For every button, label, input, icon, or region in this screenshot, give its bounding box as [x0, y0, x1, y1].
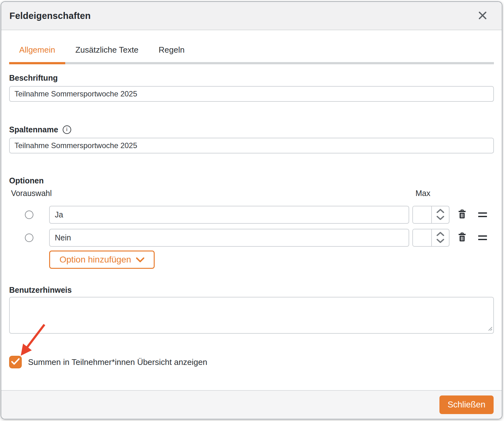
info-icon[interactable]: i — [63, 125, 71, 134]
beschriftung-input[interactable] — [9, 86, 494, 102]
spaltenname-input[interactable] — [9, 138, 494, 153]
drag-handle-icon[interactable] — [478, 212, 487, 218]
tab-allgemein[interactable]: Allgemein — [9, 44, 65, 62]
beschriftung-label: Beschriftung — [9, 73, 494, 82]
max-stepper-arrows-ja[interactable] — [431, 206, 449, 223]
tab-bar: Allgemein Zusätzliche Texte Regeln — [9, 44, 494, 64]
max-input-ja[interactable] — [413, 206, 431, 223]
benutzerhinweis-label: Benutzerhinweis — [9, 285, 494, 294]
dialog-header: Feldeigenschaften — [1, 2, 502, 30]
trash-icon — [458, 233, 466, 243]
delete-option-button-nein[interactable] — [458, 233, 466, 243]
close-button[interactable] — [477, 10, 488, 21]
vorauswahl-column-header: Vorauswahl — [11, 189, 52, 198]
dialog-title: Feldeigenschaften — [9, 11, 91, 21]
delete-option-button-ja[interactable] — [458, 210, 466, 220]
stepper-down-icon[interactable] — [437, 216, 444, 221]
trash-icon — [458, 210, 466, 220]
summen-checkbox-label: Summen in Teilnehmer*innen Übersicht anz… — [28, 357, 207, 367]
dialog-body: Allgemein Zusätzliche Texte Regeln Besch… — [1, 30, 502, 390]
field-properties-dialog: Feldeigenschaften Allgemein Zusätzliche … — [1, 1, 502, 419]
option-row-nein — [9, 229, 494, 247]
tab-regeln[interactable]: Regeln — [149, 44, 195, 62]
max-stepper-nein — [412, 229, 450, 247]
vorauswahl-radio-ja[interactable] — [25, 211, 33, 219]
vorauswahl-radio-nein[interactable] — [25, 234, 33, 242]
max-column-header: Max — [415, 189, 430, 198]
option-row-ja — [9, 206, 494, 224]
schliessen-button[interactable]: Schließen — [439, 395, 494, 414]
max-input-nein[interactable] — [413, 229, 431, 246]
max-stepper-arrows-nein[interactable] — [431, 229, 449, 246]
add-option-button-label: Option hinzufügen — [60, 255, 131, 265]
stepper-up-icon[interactable] — [437, 209, 444, 214]
close-icon — [478, 11, 487, 20]
stepper-up-icon[interactable] — [437, 232, 444, 237]
drag-handle-icon[interactable] — [478, 235, 487, 241]
checkmark-icon — [11, 358, 20, 366]
summen-checkbox-row: Summen in Teilnehmer*innen Übersicht anz… — [9, 355, 494, 369]
tab-zusaetzliche-texte[interactable]: Zusätzliche Texte — [65, 44, 148, 62]
max-stepper-ja — [412, 206, 450, 224]
summen-checkbox[interactable] — [9, 356, 22, 368]
stepper-down-icon[interactable] — [437, 239, 444, 244]
benutzerhinweis-textarea[interactable] — [9, 297, 494, 334]
chevron-down-icon — [136, 255, 144, 265]
optionen-label: Optionen — [9, 176, 494, 185]
dialog-footer: Schließen — [1, 390, 502, 419]
add-option-button[interactable]: Option hinzufügen — [49, 251, 155, 269]
spaltenname-label: Spaltenname — [9, 125, 58, 134]
option-value-input-ja[interactable] — [49, 206, 409, 224]
option-value-input-nein[interactable] — [49, 229, 409, 247]
